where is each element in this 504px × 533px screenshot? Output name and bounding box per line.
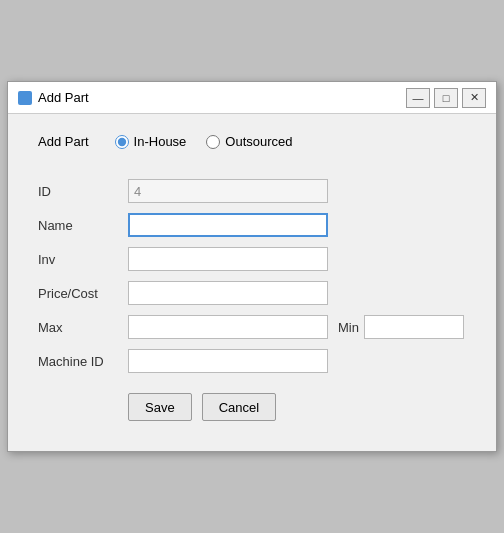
name-row: Name [38, 213, 466, 237]
title-bar: Add Part — □ ✕ [8, 82, 496, 114]
form-content: Add Part In-House Outsourced ID Name Inv [8, 114, 496, 451]
close-button[interactable]: ✕ [462, 88, 486, 108]
radio-row: Add Part In-House Outsourced [38, 134, 466, 149]
button-row: Save Cancel [38, 393, 466, 421]
title-controls: — □ ✕ [406, 88, 486, 108]
inhouse-radio-option[interactable]: In-House [115, 134, 187, 149]
save-button[interactable]: Save [128, 393, 192, 421]
inv-row: Inv [38, 247, 466, 271]
add-part-window: Add Part — □ ✕ Add Part In-House Outsour… [7, 81, 497, 452]
outsourced-radio-input[interactable] [206, 135, 220, 149]
max-label: Max [38, 320, 128, 335]
name-label: Name [38, 218, 128, 233]
max-input[interactable] [128, 315, 328, 339]
min-label: Min [338, 320, 359, 335]
max-row: Max Min [38, 315, 466, 339]
maximize-button[interactable]: □ [434, 88, 458, 108]
inhouse-radio-label: In-House [134, 134, 187, 149]
machine-id-row: Machine ID [38, 349, 466, 373]
form-fields: ID Name Inv Price/Cost Max Min [38, 179, 466, 373]
outsourced-radio-label: Outsourced [225, 134, 292, 149]
minimize-button[interactable]: — [406, 88, 430, 108]
outsourced-radio-option[interactable]: Outsourced [206, 134, 292, 149]
price-label: Price/Cost [38, 286, 128, 301]
inhouse-radio-input[interactable] [115, 135, 129, 149]
window-title: Add Part [38, 90, 89, 105]
machine-id-input[interactable] [128, 349, 328, 373]
id-input[interactable] [128, 179, 328, 203]
min-input[interactable] [364, 315, 464, 339]
id-label: ID [38, 184, 128, 199]
price-input[interactable] [128, 281, 328, 305]
add-part-label: Add Part [38, 134, 89, 149]
title-bar-left: Add Part [18, 90, 89, 105]
cancel-button[interactable]: Cancel [202, 393, 276, 421]
price-row: Price/Cost [38, 281, 466, 305]
id-row: ID [38, 179, 466, 203]
window-icon [18, 91, 32, 105]
inv-label: Inv [38, 252, 128, 267]
machine-id-label: Machine ID [38, 354, 128, 369]
inv-input[interactable] [128, 247, 328, 271]
name-input[interactable] [128, 213, 328, 237]
